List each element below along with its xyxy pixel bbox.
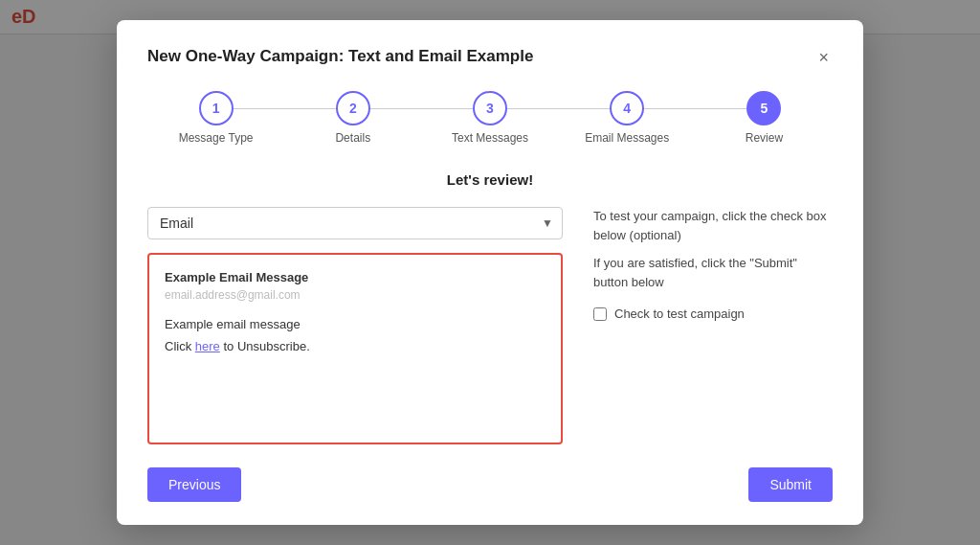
step-label-1: Message Type bbox=[179, 131, 254, 145]
test-campaign-checkbox[interactable] bbox=[593, 307, 607, 321]
step-label-5: Review bbox=[746, 131, 783, 145]
step-item-3: 3Text Messages bbox=[421, 91, 558, 145]
modal-overlay: New One-Way Campaign: Text and Email Exa… bbox=[0, 0, 980, 545]
email-preview-body: Example email message bbox=[165, 317, 546, 331]
close-button[interactable]: × bbox=[814, 47, 833, 68]
email-unsubscribe-text: Click here to Unsubscribe. bbox=[165, 339, 546, 353]
modal-dialog: New One-Way Campaign: Text and Email Exa… bbox=[117, 20, 863, 525]
email-type-dropdown[interactable]: Email Text bbox=[147, 207, 563, 239]
modal-footer: Previous Submit bbox=[147, 467, 833, 502]
step-label-2: Details bbox=[335, 131, 370, 145]
step-circle-3: 3 bbox=[473, 91, 507, 125]
unsubscribe-link[interactable]: here bbox=[195, 339, 220, 353]
previous-button[interactable]: Previous bbox=[147, 467, 241, 502]
review-heading: Let's review! bbox=[147, 171, 833, 188]
test-campaign-checkbox-label: Check to test campaign bbox=[614, 307, 745, 321]
step-item-4: 4Email Messages bbox=[559, 91, 696, 145]
email-preview-from: email.address@gmail.com bbox=[165, 288, 546, 302]
step-item-1: 1Message Type bbox=[147, 91, 284, 145]
submit-button[interactable]: Submit bbox=[748, 467, 833, 502]
left-panel: Email Text ▼ Example Email Message email… bbox=[147, 207, 563, 444]
stepper: 1Message Type2Details3Text Messages4Emai… bbox=[147, 91, 833, 145]
modal-body: Email Text ▼ Example Email Message email… bbox=[147, 207, 833, 444]
email-preview-title: Example Email Message bbox=[165, 270, 546, 284]
step-label-3: Text Messages bbox=[452, 131, 528, 145]
step-label-4: Email Messages bbox=[585, 131, 669, 145]
step-circle-4: 4 bbox=[610, 91, 644, 125]
step-circle-5: 5 bbox=[746, 91, 781, 125]
email-type-dropdown-wrapper: Email Text ▼ bbox=[147, 207, 563, 239]
right-panel: To test your campaign, click the check b… bbox=[593, 207, 833, 321]
email-preview-box: Example Email Message email.address@gmai… bbox=[147, 253, 563, 444]
modal-title: New One-Way Campaign: Text and Email Exa… bbox=[147, 47, 533, 66]
unsubscribe-suffix: to Unsubscribe. bbox=[220, 339, 310, 353]
step-item-5: 5Review bbox=[696, 91, 833, 145]
test-instruction-line1: To test your campaign, click the check b… bbox=[593, 207, 833, 244]
unsubscribe-prefix: Click bbox=[165, 339, 195, 353]
step-circle-1: 1 bbox=[199, 91, 234, 125]
step-item-2: 2Details bbox=[284, 91, 421, 145]
modal-header: New One-Way Campaign: Text and Email Exa… bbox=[147, 47, 833, 68]
test-checkbox-row: Check to test campaign bbox=[593, 307, 833, 321]
step-circle-2: 2 bbox=[336, 91, 370, 125]
test-instruction-line2: If you are satisfied, click the "Submit"… bbox=[593, 254, 833, 291]
